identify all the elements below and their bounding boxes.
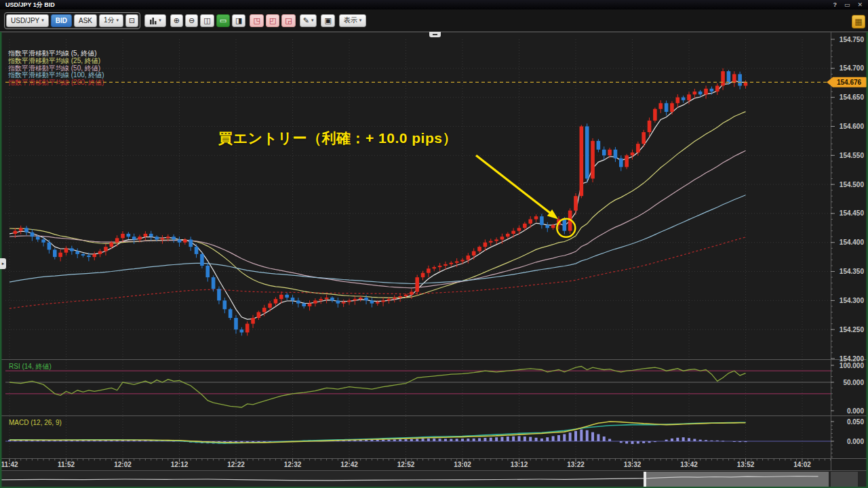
svg-text:154.676: 154.676 <box>837 79 862 86</box>
svg-text:13:12: 13:12 <box>511 461 528 468</box>
svg-text:154.500: 154.500 <box>840 181 865 188</box>
link-chart-button[interactable]: ⊡ <box>125 14 138 27</box>
zoom-out-button[interactable]: ⊖ <box>185 14 198 27</box>
chart-stage: 指数平滑移動平均線 (5, 終値) 指数平滑移動平均線 (25, 終値) 指数平… <box>0 31 868 488</box>
draw-tool-select[interactable]: ✎ ▾ <box>300 14 317 27</box>
order-edit-icon: ◰ <box>269 16 276 25</box>
svg-text:154.550: 154.550 <box>840 152 865 159</box>
close-icon[interactable]: ✕ <box>857 1 863 8</box>
svg-text:13:52: 13:52 <box>737 461 755 468</box>
pen-icon: ✎ <box>303 16 309 25</box>
svg-text:154.450: 154.450 <box>840 209 865 217</box>
order-edit-button[interactable]: ◰ <box>266 14 279 27</box>
order-tools-group: ◳ ◰ ◲ <box>250 14 295 27</box>
bar-chart-icon <box>149 17 157 24</box>
svg-text:100.000: 100.000 <box>840 362 865 369</box>
svg-text:12:02: 12:02 <box>114 461 132 468</box>
display-menu-button[interactable]: 表示 ▾ <box>339 14 367 27</box>
trade-annotation-text: 買エントリー（利確：+ 10.0 pips） <box>218 129 457 148</box>
toolbar: USD/JPY ▾ BID ASK 1分 ▾ ⊡ ▾ ⊕ ⊖ ◫ <box>0 9 868 31</box>
svg-text:50.000: 50.000 <box>843 379 864 386</box>
layout-left-icon: ◫ <box>203 16 210 25</box>
capture-icon: ▣ <box>324 16 331 25</box>
svg-text:11:52: 11:52 <box>58 461 75 468</box>
layout-left-button[interactable]: ◫ <box>200 14 214 27</box>
svg-text:154.600: 154.600 <box>840 123 865 130</box>
zoom-out-icon: ⊖ <box>189 16 195 25</box>
capture-button[interactable]: ▣ <box>321 14 334 27</box>
svg-text:154.700: 154.700 <box>840 64 865 72</box>
svg-text:154.350: 154.350 <box>840 268 865 275</box>
svg-text:13:42: 13:42 <box>680 461 698 468</box>
layout-center-button[interactable]: ▭ <box>216 14 230 27</box>
layout-right-button[interactable]: ◨ <box>232 14 245 27</box>
ask-button[interactable]: ASK <box>74 14 97 27</box>
svg-text:12:32: 12:32 <box>284 461 302 468</box>
svg-text:0.000: 0.000 <box>847 438 864 445</box>
zoom-in-button[interactable]: ⊕ <box>170 14 183 27</box>
order-new-icon: ◳ <box>253 16 260 25</box>
chevron-down-icon: ▾ <box>311 18 314 23</box>
svg-text:13:02: 13:02 <box>454 461 471 468</box>
chevron-down-icon: ▾ <box>41 18 44 23</box>
window-title: USD/JPY 1分 BID <box>5 1 55 9</box>
layout-center-icon: ▭ <box>220 16 226 25</box>
chevron-down-icon: ▾ <box>159 18 161 23</box>
grid-layout-button[interactable]: ▦ <box>852 15 865 28</box>
svg-text:12:12: 12:12 <box>171 461 189 468</box>
maximize-icon[interactable]: ▭ <box>844 1 850 8</box>
svg-text:11:42: 11:42 <box>1 461 18 468</box>
chevron-down-icon: ▾ <box>117 18 119 23</box>
pair-select[interactable]: USD/JPY ▾ <box>6 14 49 27</box>
chart-canvas[interactable]: 154.750154.700154.650154.600154.550154.5… <box>0 32 868 488</box>
scroll-left-handle[interactable]: ▸ <box>0 258 6 269</box>
svg-text:154.650: 154.650 <box>840 94 865 101</box>
help-icon[interactable]: ? <box>833 1 837 8</box>
svg-text:12:52: 12:52 <box>397 461 415 468</box>
svg-text:0.000: 0.000 <box>847 407 864 415</box>
order-close-icon: ◲ <box>285 16 292 25</box>
link-icon: ⊡ <box>129 16 135 25</box>
svg-text:12:22: 12:22 <box>227 461 245 468</box>
timeframe-select[interactable]: 1分 ▾ <box>99 14 123 27</box>
svg-text:154.250: 154.250 <box>840 326 865 333</box>
svg-text:154.750: 154.750 <box>840 36 865 43</box>
zoom-in-icon: ⊕ <box>174 16 180 25</box>
svg-text:154.300: 154.300 <box>840 297 865 304</box>
svg-text:154.400: 154.400 <box>840 239 865 246</box>
collapse-dash-icon <box>433 34 437 35</box>
title-bar: USD/JPY 1分 BID ? ▭ ✕ <box>0 0 868 9</box>
svg-text:13:22: 13:22 <box>567 461 585 468</box>
grid-icon: ▦ <box>854 17 862 26</box>
zoom-layout-group: ⊕ ⊖ ◫ ▭ ◨ <box>170 14 246 27</box>
layout-right-icon: ◨ <box>235 16 242 25</box>
chevron-down-icon: ▾ <box>359 18 362 23</box>
order-close-button[interactable]: ◲ <box>281 14 295 27</box>
svg-text:12:42: 12:42 <box>340 461 358 468</box>
order-new-button[interactable]: ◳ <box>250 14 263 27</box>
svg-text:0.050: 0.050 <box>847 418 864 426</box>
toolbar-collapse-tab[interactable] <box>429 32 441 37</box>
bid-button[interactable]: BID <box>51 14 72 27</box>
symbol-group: USD/JPY ▾ BID ASK 1分 ▾ ⊡ <box>4 12 140 29</box>
svg-text:14:02: 14:02 <box>793 461 811 468</box>
svg-text:13:32: 13:32 <box>624 461 642 468</box>
chart-type-select[interactable]: ▾ <box>144 14 166 27</box>
trading-app-window: USD/JPY 1分 BID ? ▭ ✕ USD/JPY ▾ BID ASK 1… <box>0 0 868 488</box>
